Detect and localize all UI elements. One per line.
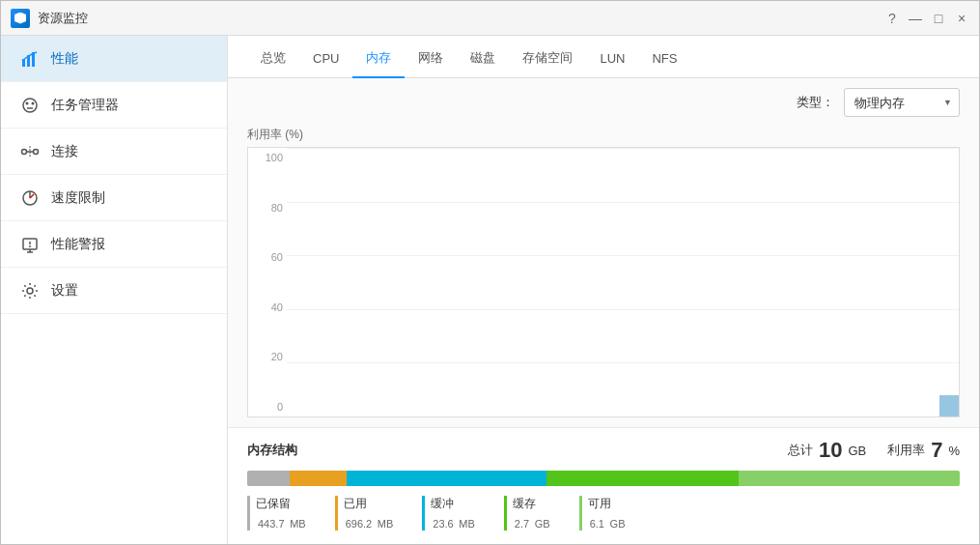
sidebar-item-performance[interactable]: 性能: [1, 36, 227, 82]
sidebar-label-perf-alert: 性能警报: [51, 236, 105, 253]
type-select[interactable]: 物理内存 虚拟内存: [844, 88, 960, 117]
memory-bar: [247, 471, 960, 486]
legend-cache: 缓存 2.7 GB: [504, 496, 550, 531]
legend-free: 可用 6.1 GB: [579, 496, 626, 531]
total-unit: GB: [848, 444, 866, 458]
legend-used: 已用 696.2 MB: [335, 496, 394, 531]
settings-icon: [20, 281, 40, 301]
tab-nfs[interactable]: NFS: [638, 40, 690, 78]
tab-bar: 总览 CPU 内存 网络 磁盘 存储空间 LUN: [228, 36, 979, 78]
tab-memory[interactable]: 内存: [352, 40, 405, 78]
main-layout: 性能 任务管理器: [1, 36, 979, 544]
svg-point-7: [22, 149, 27, 154]
bar-buffer: [347, 471, 546, 486]
sidebar-label-connection: 连接: [51, 143, 78, 160]
svg-point-17: [29, 245, 31, 247]
task-manager-icon: [20, 96, 40, 115]
bar-cache: [546, 471, 739, 486]
y-20: 20: [248, 351, 283, 362]
bar-used: [290, 471, 347, 486]
legend-used-value: 696.2 MB: [344, 516, 394, 531]
type-select-wrapper[interactable]: 物理内存 虚拟内存: [844, 88, 960, 117]
y-40: 40: [248, 301, 283, 313]
main-window: 资源监控 ? — □ × 性能: [0, 0, 980, 545]
app-icon: [11, 9, 30, 28]
tab-overview[interactable]: 总览: [247, 40, 299, 78]
y-100: 100: [248, 152, 283, 163]
sidebar-item-connection[interactable]: 连接: [1, 129, 227, 175]
usage-label: 利用率: [887, 442, 925, 459]
connection-icon: [20, 142, 40, 161]
legend-free-value: 6.1 GB: [588, 516, 626, 531]
total-value: 10: [819, 438, 842, 463]
legend-free-label: 可用: [588, 496, 626, 512]
memory-legend: 已保留 443.7 MB 已用 696.2 MB 缓冲: [247, 496, 960, 531]
title-left: 资源监控: [11, 9, 88, 28]
chart-data-bar: [939, 395, 959, 416]
y-60: 60: [248, 251, 283, 263]
svg-point-4: [26, 101, 29, 104]
memory-section: 内存结构 总计 10 GB 利用率 7 %: [228, 427, 979, 544]
title-controls: ? — □ ×: [884, 11, 969, 26]
legend-buffer-value: 23.6 MB: [431, 516, 475, 531]
tab-cpu[interactable]: CPU: [299, 40, 352, 78]
type-label: 类型：: [797, 94, 834, 111]
title-bar: 资源监控 ? — □ ×: [1, 1, 979, 36]
perf-alert-icon: [20, 235, 40, 254]
svg-point-5: [32, 101, 35, 104]
chart-y-axis: 100 80 60 40 20 0: [248, 148, 287, 416]
legend-buffer-label: 缓冲: [431, 496, 475, 512]
chart-container: 100 80 60 40 20 0: [247, 147, 960, 417]
chart-body: [287, 148, 959, 416]
sidebar-item-speed-limit[interactable]: 速度限制: [1, 175, 227, 221]
legend-reserved-value: 443.7 MB: [256, 516, 306, 531]
svg-point-18: [27, 288, 33, 294]
memory-title: 内存结构: [247, 442, 297, 459]
sidebar-item-settings[interactable]: 设置: [1, 268, 227, 314]
memory-header: 内存结构 总计 10 GB 利用率 7 %: [247, 438, 960, 463]
grid-line-100: [287, 148, 959, 149]
bar-reserved: [247, 471, 290, 486]
sidebar-item-perf-alert[interactable]: 性能警报: [1, 221, 227, 268]
legend-buffer: 缓冲 23.6 MB: [422, 496, 475, 531]
performance-icon: [20, 49, 40, 69]
content-area: 总览 CPU 内存 网络 磁盘 存储空间 LUN: [228, 36, 979, 544]
tab-network[interactable]: 网络: [405, 40, 457, 78]
legend-reserved-label: 已保留: [256, 496, 306, 512]
sidebar-label-task-manager: 任务管理器: [51, 97, 119, 114]
legend-used-label: 已用: [344, 496, 394, 512]
sidebar-label-performance: 性能: [51, 50, 78, 68]
controls-row: 类型： 物理内存 虚拟内存: [228, 78, 979, 127]
chart-grid-lines: [287, 148, 959, 416]
y-0: 0: [248, 401, 283, 413]
legend-cache-label: 缓存: [513, 496, 550, 512]
usage-value: 7: [931, 438, 942, 463]
chart-y-label: 利用率 (%): [247, 127, 960, 143]
minimize-button[interactable]: —: [908, 11, 923, 26]
sidebar: 性能 任务管理器: [1, 36, 228, 544]
tab-disk[interactable]: 磁盘: [457, 40, 509, 78]
y-80: 80: [248, 202, 283, 214]
svg-point-3: [23, 99, 37, 112]
svg-point-8: [34, 149, 39, 154]
usage-unit: %: [948, 444, 960, 458]
speed-limit-icon: [20, 188, 40, 208]
app-icon-inner: [14, 13, 26, 24]
help-button[interactable]: ?: [884, 11, 900, 26]
window-title: 资源监控: [38, 10, 88, 27]
legend-cache-value: 2.7 GB: [513, 516, 550, 531]
close-button[interactable]: ×: [954, 11, 969, 26]
grid-line-40: [287, 309, 959, 310]
total-label: 总计: [788, 442, 813, 459]
sidebar-label-settings: 设置: [51, 282, 78, 300]
bar-free: [739, 471, 960, 486]
grid-line-60: [287, 255, 959, 256]
tab-storage-space[interactable]: 存储空间: [509, 40, 586, 78]
grid-line-20: [287, 362, 959, 363]
grid-line-80: [287, 202, 959, 203]
sidebar-item-task-manager[interactable]: 任务管理器: [1, 82, 227, 129]
sidebar-label-speed-limit: 速度限制: [51, 189, 105, 207]
memory-summary: 总计 10 GB 利用率 7 %: [788, 438, 960, 463]
maximize-button[interactable]: □: [931, 11, 946, 26]
tab-lun[interactable]: LUN: [586, 40, 638, 78]
